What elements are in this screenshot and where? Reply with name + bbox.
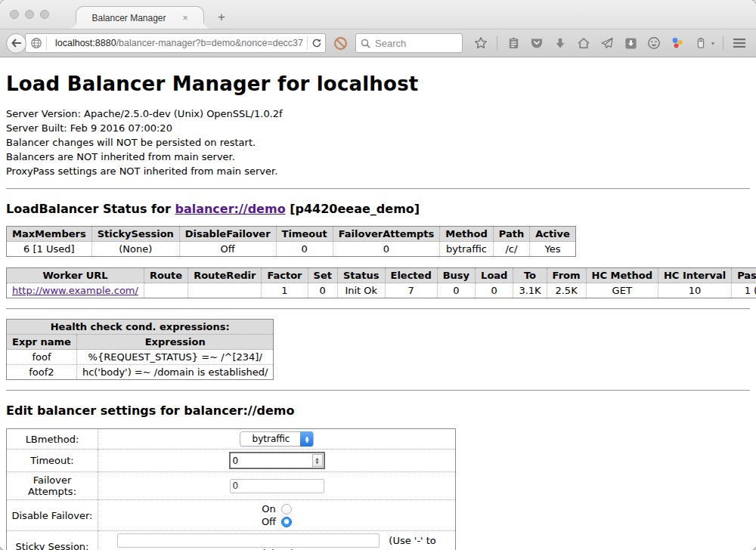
send-to-device-icon[interactable] bbox=[600, 36, 615, 51]
cell-expr-name: foof2 bbox=[7, 365, 77, 380]
col-status: Status bbox=[337, 268, 385, 283]
navigation-toolbar: localhost:8880/balancer-manager?b=demo&n… bbox=[0, 29, 756, 57]
pocket-icon[interactable] bbox=[529, 36, 544, 51]
radio-off-label: Off bbox=[262, 516, 276, 527]
cell-hc-method: GET bbox=[586, 283, 658, 298]
downloads-icon[interactable] bbox=[553, 36, 568, 51]
cell-expr-name: foof bbox=[7, 350, 77, 365]
number-stepper-icon[interactable]: ▲▼ bbox=[312, 454, 323, 467]
col-busy: Busy bbox=[437, 268, 475, 283]
cell-expression: %{REQUEST_STATUS} =~ /^[234]/ bbox=[76, 350, 274, 365]
sticky-session-label: Sticky Session: bbox=[7, 531, 98, 550]
url-domain: localhost:8880 bbox=[55, 38, 116, 48]
proxypass-note: ProxyPass settings are NOT inherited fro… bbox=[6, 164, 750, 178]
col-disablefailover: DisableFailover bbox=[179, 227, 276, 242]
cell-load: 0 bbox=[476, 283, 513, 298]
cell-set: 0 bbox=[308, 283, 337, 298]
feedback-smiley-icon[interactable] bbox=[646, 36, 662, 51]
url-text[interactable]: localhost:8880/balancer-manager?b=demo&n… bbox=[55, 38, 303, 48]
cell-active: Yes bbox=[530, 242, 576, 257]
failover-attempts-input[interactable] bbox=[230, 479, 324, 493]
zoom-window-button[interactable] bbox=[40, 10, 49, 19]
titlebar: Balancer Manager × + bbox=[0, 0, 756, 29]
search-icon bbox=[361, 39, 370, 48]
search-placeholder: Search bbox=[375, 38, 406, 49]
cell-route bbox=[144, 283, 187, 298]
divider bbox=[6, 188, 750, 190]
extension-colordots-icon[interactable] bbox=[670, 36, 685, 51]
battery-status-icon[interactable] bbox=[693, 36, 708, 51]
cell-hc-interval: 10 bbox=[658, 283, 731, 298]
col-set: Set bbox=[308, 268, 337, 283]
content-blocker-icon[interactable] bbox=[333, 36, 348, 51]
timeout-input[interactable] bbox=[231, 453, 311, 468]
bookmark-star-icon[interactable] bbox=[473, 36, 488, 51]
sticky-session-input[interactable] bbox=[117, 533, 380, 548]
balancer-demo-link[interactable]: balancer://demo bbox=[175, 202, 285, 216]
minimize-window-button[interactable] bbox=[25, 10, 34, 19]
menu-hamburger-icon[interactable] bbox=[732, 36, 747, 51]
col-elected: Elected bbox=[385, 268, 437, 283]
new-tab-button[interactable]: + bbox=[218, 10, 225, 25]
disable-failover-row: Disable Failover: On Off bbox=[7, 500, 456, 531]
reload-icon[interactable] bbox=[311, 38, 322, 48]
cell-maxmembers: 6 [1 Used] bbox=[7, 242, 92, 257]
cell-timeout: 0 bbox=[276, 242, 333, 257]
lbmethod-row: LBmethod: bytraffic ▲▼ bbox=[7, 429, 456, 450]
cell-elected: 7 bbox=[385, 283, 437, 298]
edit-balancer-form: LBmethod: bytraffic ▲▼ Timeout: ▲▼ bbox=[6, 428, 456, 550]
cell-status: Init Ok bbox=[337, 283, 385, 298]
health-check-table: Health check cond. expressions: Expr nam… bbox=[6, 319, 274, 380]
worker-url-link[interactable]: http://www.example.com/ bbox=[12, 285, 138, 296]
disable-failover-off-radio[interactable] bbox=[281, 517, 292, 527]
divider bbox=[6, 308, 750, 310]
search-bar[interactable]: Search bbox=[355, 33, 463, 53]
reading-list-icon[interactable] bbox=[506, 36, 521, 51]
cell-disablefailover: Off bbox=[179, 242, 276, 257]
col-hc-interval: HC Interval bbox=[658, 268, 731, 283]
balancer-attributes-table: MaxMembers StickySession DisableFailover… bbox=[6, 226, 576, 257]
server-version: Server Version: Apache/2.5.0-dev (Unix) … bbox=[6, 107, 750, 121]
lbmethod-select[interactable]: bytraffic ▲▼ bbox=[240, 431, 314, 446]
toolbar-separator bbox=[723, 36, 723, 51]
cell-to: 3.1K bbox=[513, 283, 547, 298]
lbmethod-selected-value: bytraffic bbox=[240, 434, 301, 444]
table-header-row: Expr name Expression bbox=[7, 335, 274, 350]
select-stepper-icon: ▲▼ bbox=[300, 431, 313, 446]
overflow-caret-icon[interactable]: ▾ bbox=[711, 40, 714, 47]
url-bar[interactable]: localhost:8880/balancer-manager?b=demo&n… bbox=[25, 33, 326, 53]
lbmethod-label: LBmethod: bbox=[7, 429, 98, 450]
disable-failover-label: Disable Failover: bbox=[7, 500, 98, 531]
col-routeredir: RouteRedir bbox=[188, 268, 262, 283]
urlbar-separator bbox=[46, 36, 47, 50]
cell-failoverattempts: 0 bbox=[333, 242, 440, 257]
timeout-label: Timeout: bbox=[7, 450, 98, 472]
disable-failover-on-radio[interactable] bbox=[281, 504, 292, 514]
cell-busy: 0 bbox=[437, 283, 475, 298]
tab-close-icon[interactable]: × bbox=[183, 13, 188, 23]
col-factor: Factor bbox=[262, 268, 308, 283]
page-content: Load Balancer Manager for localhost Serv… bbox=[0, 57, 756, 550]
tab-balancer-manager[interactable]: Balancer Manager × bbox=[76, 6, 204, 29]
page-title: Load Balancer Manager for localhost bbox=[6, 57, 750, 95]
server-built: Server Built: Feb 9 2016 07:00:20 bbox=[6, 121, 750, 135]
status-heading-prefix: LoadBalancer Status for bbox=[6, 202, 175, 216]
col-maxmembers: MaxMembers bbox=[7, 227, 92, 242]
toolbar-separator bbox=[497, 36, 497, 51]
table-header-row: MaxMembers StickySession DisableFailover… bbox=[7, 227, 576, 242]
cell-stickysession: (None) bbox=[91, 242, 179, 257]
col-path: Path bbox=[493, 227, 529, 242]
cell-passes: 1 (0) bbox=[732, 283, 756, 298]
col-method: Method bbox=[440, 227, 493, 242]
save-panel-icon[interactable] bbox=[623, 36, 638, 51]
worker-row: http://www.example.com/ 1 0 Init Ok 7 0 … bbox=[7, 283, 756, 298]
globe-icon bbox=[30, 37, 42, 49]
close-window-button[interactable] bbox=[10, 10, 19, 19]
cell-routeredir bbox=[188, 283, 262, 298]
back-arrow-icon bbox=[11, 39, 22, 48]
table-row: foof2 hc('body') =~ /domain is establish… bbox=[7, 365, 274, 380]
back-button[interactable] bbox=[6, 33, 26, 54]
window-controls bbox=[10, 10, 49, 19]
home-icon[interactable] bbox=[576, 36, 591, 51]
persist-note: Balancer changes will NOT be persisted o… bbox=[6, 135, 750, 150]
